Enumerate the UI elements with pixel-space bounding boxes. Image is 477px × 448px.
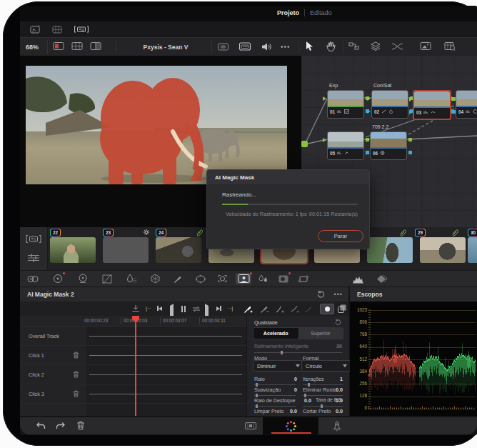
tab-color-page-active[interactable]	[263, 417, 318, 434]
node-06[interactable]: 709 2.2 06	[370, 131, 407, 160]
param-value[interactable]: 0.0	[284, 408, 297, 414]
scope-histogram-icon[interactable]	[351, 273, 364, 284]
primary-wheel-icon[interactable]	[51, 273, 64, 284]
loop-playback-icon[interactable]	[191, 305, 201, 313]
settings-reset-icon[interactable]	[334, 319, 342, 326]
key-icon[interactable]	[277, 273, 290, 284]
range-in-icon[interactable]: |··	[146, 305, 151, 312]
delete-track-icon[interactable]	[73, 352, 79, 359]
hand-pan-tool[interactable]	[326, 41, 336, 51]
param-value[interactable]: 0	[284, 376, 297, 382]
param-value[interactable]: 0.0	[301, 397, 311, 404]
safe-area-icon[interactable]	[217, 42, 229, 51]
node-01[interactable]: Exp 01	[327, 90, 364, 119]
param-slider[interactable]	[254, 406, 296, 407]
magic-mask-icon[interactable]	[236, 273, 251, 284]
split-screen-icon[interactable]	[74, 25, 89, 34]
stroke-subtract-tool[interactable]	[290, 304, 299, 314]
color-wheels-3d-icon[interactable]	[26, 273, 39, 284]
mode-dropdown[interactable]: Diminuir	[253, 360, 304, 372]
param-slider[interactable]	[303, 384, 343, 385]
quality-option-accelerated[interactable]: Acelerado	[253, 328, 298, 339]
qualifier-icon[interactable]	[125, 273, 138, 284]
grid-viewer-icon[interactable]	[71, 41, 83, 51]
picker-add-tool[interactable]	[243, 304, 253, 314]
tab-cut-page[interactable]	[244, 421, 257, 431]
clip-23[interactable]	[103, 237, 149, 263]
clip-24[interactable]	[156, 237, 201, 263]
node-04[interactable]: 04	[456, 90, 477, 119]
more-options-icon[interactable]: •••	[281, 43, 291, 51]
stop-tracking-button[interactable]: Parar	[318, 230, 363, 242]
panel-more-icon[interactable]: •••	[334, 291, 343, 298]
pause-button[interactable]	[181, 306, 186, 312]
skip-end-button[interactable]	[216, 306, 221, 311]
lut-browser-icon[interactable]	[444, 41, 456, 51]
project-menu[interactable]: Projeto	[277, 9, 299, 16]
param-slider[interactable]	[303, 395, 343, 396]
current-clip-title[interactable]: Pxysis - Sean V	[144, 44, 189, 51]
node-layers-icon[interactable]	[370, 41, 381, 51]
gallery-grid-icon[interactable]	[52, 25, 63, 34]
reset-icon[interactable]	[316, 290, 326, 299]
quality-option-superior[interactable]: Superior	[298, 328, 343, 339]
select-arrow-tool[interactable]	[304, 41, 313, 51]
param-value[interactable]: 0.0	[333, 397, 343, 404]
audio-icon[interactable]	[261, 42, 271, 51]
node-05[interactable]: 05	[327, 131, 364, 160]
param-slider[interactable]	[254, 384, 296, 385]
mask-overlay-toggle[interactable]	[320, 304, 334, 314]
sizing-icon[interactable]	[297, 273, 310, 284]
node-connect-icon[interactable]	[348, 41, 360, 51]
param-value[interactable]: 0.0	[330, 387, 343, 393]
redo-icon[interactable]	[56, 422, 66, 430]
timeline-settings-icon[interactable]	[27, 253, 40, 263]
clip-29[interactable]	[420, 237, 466, 263]
track-row-click3[interactable]: Click 3	[20, 384, 246, 404]
tab-deliver-page[interactable]	[331, 420, 343, 432]
track-row-click1[interactable]: Click 1	[20, 346, 246, 365]
stills-album-icon[interactable]	[30, 25, 41, 34]
param-slider[interactable]	[303, 406, 343, 407]
param-value[interactable]: 1	[330, 376, 343, 382]
delete-track-icon[interactable]	[73, 371, 79, 378]
graph-input-socket[interactable]	[301, 141, 308, 147]
export-track-icon[interactable]	[131, 304, 140, 313]
shape-dropdown[interactable]: Círculo	[301, 360, 351, 372]
gallery-panel-icon[interactable]	[420, 41, 431, 51]
quality-segmented-control[interactable]: Acelerado Superior	[253, 327, 343, 339]
clip-22[interactable]	[50, 237, 96, 263]
picker-subtract-tool[interactable]	[260, 304, 269, 314]
skip-start-button[interactable]	[157, 306, 162, 311]
curves-icon[interactable]	[101, 273, 114, 284]
tracker-icon[interactable]	[216, 273, 229, 284]
undo-icon[interactable]	[36, 422, 46, 430]
picker-tool-icon[interactable]	[171, 273, 184, 284]
param-value[interactable]: 0	[284, 387, 297, 393]
split-viewer-icon[interactable]	[90, 41, 101, 51]
viewer-zoom-level[interactable]: 68%	[26, 44, 39, 51]
param-slider[interactable]	[254, 395, 296, 396]
param-value[interactable]: 0.0	[330, 408, 343, 414]
delete-track-icon[interactable]	[73, 390, 79, 397]
clip-28[interactable]	[367, 237, 413, 263]
clip-settings-gear-icon[interactable]	[143, 229, 150, 236]
delete-icon[interactable]	[76, 421, 85, 430]
hdr-wheel-icon[interactable]	[76, 273, 89, 284]
single-viewer-icon[interactable]	[53, 41, 64, 51]
broadcast-monitor-icon[interactable]	[239, 41, 251, 51]
track-row-click2[interactable]: Click 2	[20, 365, 246, 384]
stroke-add-tool[interactable]	[275, 304, 284, 314]
paste-attributes-icon[interactable]	[337, 304, 347, 314]
clip-frame-icon[interactable]	[26, 234, 41, 244]
range-out-icon[interactable]: ··|	[228, 305, 233, 312]
node-splitter-icon[interactable]	[391, 42, 403, 51]
node-03-selected[interactable]: 03	[413, 90, 451, 120]
timeline-playhead[interactable]	[135, 316, 136, 416]
blur-icon[interactable]	[257, 273, 270, 284]
refine-slider[interactable]	[254, 352, 342, 353]
node-02[interactable]: Con/Sat 02	[371, 90, 408, 119]
clip-30[interactable]	[468, 237, 477, 263]
refine-web-icon[interactable]	[149, 273, 161, 284]
power-window-icon[interactable]	[194, 273, 207, 284]
